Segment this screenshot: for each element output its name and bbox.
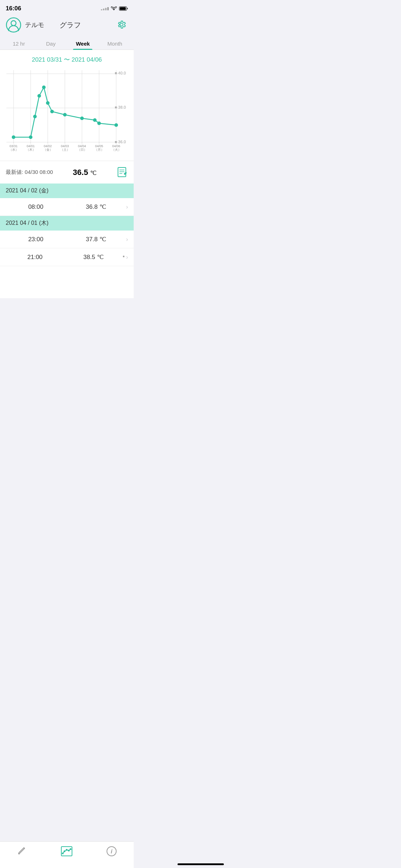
latest-label: 最新値: 04/30 08:00 (6, 169, 53, 176)
latest-value-row: 最新値: 04/30 08:00 36.5 ℃ (0, 161, 134, 184)
edit-note-icon (117, 166, 128, 177)
svg-point-49 (114, 123, 118, 127)
chevron-icon: › (126, 254, 128, 260)
svg-text:03/31: 03/31 (10, 144, 18, 148)
svg-text:■ 38.0: ■ 38.0 (115, 105, 126, 109)
svg-text:（土）: （土） (60, 148, 70, 151)
list-row-temp: 36.8 ℃ (66, 203, 126, 211)
header: テルモ グラフ (0, 14, 134, 37)
list-row-time: 21:00 (6, 254, 64, 261)
svg-point-47 (93, 118, 97, 122)
svg-text:04/06: 04/06 (112, 144, 120, 148)
svg-text:（日）: （日） (77, 148, 87, 151)
svg-text:04/01: 04/01 (27, 144, 35, 148)
list-row-time: 23:00 (6, 236, 66, 243)
svg-point-48 (97, 122, 101, 125)
list-item[interactable]: 21:00 38.5 ℃ * › (0, 248, 134, 266)
list-row-temp: 37.8 ℃ (66, 236, 126, 243)
chart-svg: ■ 40.0 ■ 38.0 ■ 36.0 03/31 (3, 67, 131, 159)
signal-icon (101, 7, 109, 10)
svg-point-38 (12, 135, 15, 139)
chart-container: ■ 40.0 ■ 38.0 ■ 36.0 03/31 (0, 67, 134, 161)
chevron-icon: › (126, 204, 128, 210)
svg-text:（木）: （木） (26, 148, 36, 151)
tab-month[interactable]: Month (99, 37, 131, 50)
list-row-temp: 38.5 ℃ (64, 253, 123, 261)
svg-point-46 (80, 117, 84, 120)
svg-text:■ 40.0: ■ 40.0 (115, 71, 126, 75)
edit-note-button[interactable] (117, 166, 128, 179)
asterisk-marker: * (123, 254, 124, 260)
header-title: グラフ (25, 20, 115, 30)
svg-point-3 (11, 21, 16, 26)
status-bar: 16:06 (0, 0, 134, 14)
status-time: 16:06 (6, 5, 21, 12)
tab-week[interactable]: Week (67, 37, 99, 50)
svg-text:04/03: 04/03 (61, 144, 69, 148)
gear-icon (117, 20, 127, 30)
svg-text:（火）: （火） (112, 148, 121, 151)
date-section-header-2: 2021 04 / 01 (木) (0, 216, 134, 231)
svg-text:04/04: 04/04 (78, 144, 86, 148)
svg-point-43 (46, 101, 50, 105)
svg-text:（金）: （金） (43, 148, 53, 151)
battery-icon (119, 6, 128, 11)
svg-text:04/02: 04/02 (44, 144, 52, 148)
list-item[interactable]: 23:00 37.8 ℃ › (0, 231, 134, 248)
main-content: 2021 03/31 〜 2021 04/06 ■ 40.0 ■ 38.0 ■ … (0, 50, 134, 298)
list-row-time: 08:00 (6, 203, 66, 211)
chevron-icon: › (126, 236, 128, 243)
svg-text:■ 36.0: ■ 36.0 (115, 140, 126, 144)
date-section-header-1: 2021 04 / 02 (金) (0, 184, 134, 198)
avatar-icon (6, 17, 21, 33)
svg-text:04/05: 04/05 (95, 144, 103, 148)
svg-point-44 (50, 110, 54, 113)
svg-point-45 (63, 113, 67, 117)
list-item[interactable]: 08:00 36.8 ℃ › (0, 198, 134, 216)
tab-12hr[interactable]: 12 hr (3, 37, 35, 50)
svg-text:（水）: （水） (9, 148, 19, 151)
svg-point-41 (37, 94, 41, 98)
svg-point-39 (29, 135, 32, 139)
latest-temp: 36.5 ℃ (73, 168, 97, 177)
tab-day[interactable]: Day (35, 37, 67, 50)
tab-bar: 12 hr Day Week Month (0, 37, 134, 50)
svg-rect-1 (120, 7, 126, 10)
list-row-right: › (126, 236, 128, 243)
svg-point-42 (42, 86, 46, 89)
list-row-right: * › (123, 254, 128, 260)
status-icons (101, 6, 128, 11)
svg-text:（月）: （月） (94, 148, 104, 151)
svg-rect-50 (118, 167, 126, 177)
list-row-right: › (126, 204, 128, 210)
svg-point-40 (33, 115, 37, 118)
wifi-icon (111, 6, 117, 11)
date-range: 2021 03/31 〜 2021 04/06 (0, 50, 134, 67)
settings-button[interactable] (115, 18, 128, 32)
